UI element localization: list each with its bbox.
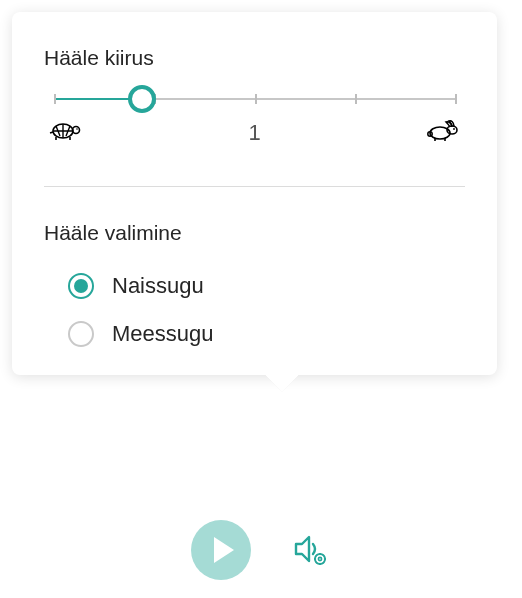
rabbit-icon bbox=[425, 120, 461, 146]
svg-point-5 bbox=[453, 128, 455, 130]
voice-title: Hääle valimine bbox=[44, 221, 465, 245]
speed-slider[interactable]: 1 bbox=[54, 98, 455, 148]
slider-track bbox=[54, 98, 455, 100]
voice-option-male[interactable]: Meessugu bbox=[68, 321, 465, 347]
slider-tick bbox=[455, 94, 457, 104]
slider-tick bbox=[255, 94, 257, 104]
slider-tick bbox=[54, 94, 56, 104]
speed-title: Hääle kiirus bbox=[44, 46, 465, 70]
voice-settings-popup: Hääle kiirus 1 bbox=[12, 12, 497, 375]
voice-settings-icon bbox=[289, 530, 329, 570]
slider-thumb[interactable] bbox=[128, 85, 156, 113]
voice-settings-button[interactable] bbox=[287, 528, 331, 572]
play-icon bbox=[214, 537, 234, 563]
voice-option-female[interactable]: Naissugu bbox=[68, 273, 465, 299]
divider bbox=[44, 186, 465, 187]
slider-tick bbox=[355, 94, 357, 104]
radio-label: Naissugu bbox=[112, 273, 204, 299]
turtle-icon bbox=[48, 118, 82, 146]
radio-unselected-icon bbox=[68, 321, 94, 347]
svg-point-8 bbox=[318, 557, 321, 560]
speed-value: 1 bbox=[248, 120, 260, 146]
play-button[interactable] bbox=[191, 520, 251, 580]
radio-label: Meessugu bbox=[112, 321, 214, 347]
radio-selected-icon bbox=[68, 273, 94, 299]
voice-radio-group: Naissugu Meessugu bbox=[44, 273, 465, 347]
toolbar bbox=[0, 520, 522, 580]
svg-point-2 bbox=[76, 128, 78, 130]
slider-labels: 1 bbox=[54, 118, 455, 148]
